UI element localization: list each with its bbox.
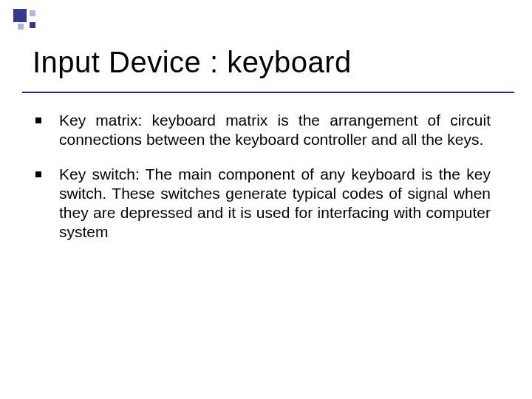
bullet-icon	[35, 171, 41, 177]
bullet-text: Key matrix: keyboard matrix is the arran…	[59, 111, 491, 150]
page-title: Input Device : keyboard	[33, 46, 352, 79]
body-content: Key matrix: keyboard matrix is the arran…	[35, 111, 491, 257]
title-underline	[22, 92, 514, 93]
square-icon	[18, 24, 24, 30]
square-icon	[30, 10, 35, 16]
square-icon	[30, 22, 35, 28]
corner-decoration	[13, 9, 46, 30]
square-icon	[13, 9, 27, 22]
list-item: Key matrix: keyboard matrix is the arran…	[35, 111, 491, 150]
slide: Input Device : keyboard Key matrix: keyb…	[0, 0, 532, 399]
bullet-text: Key switch: The main component of any ke…	[59, 165, 491, 242]
list-item: Key switch: The main component of any ke…	[35, 165, 491, 242]
bullet-icon	[35, 117, 41, 123]
